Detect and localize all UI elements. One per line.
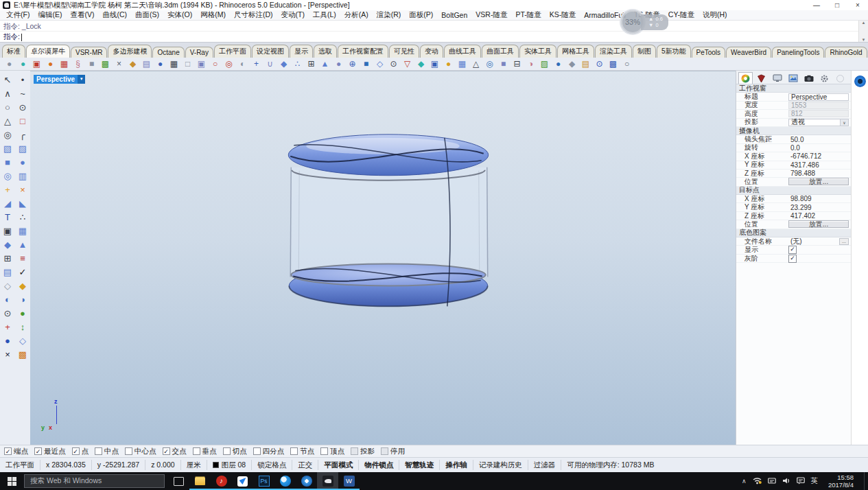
toolbar-tab[interactable]: PanelingTools <box>772 47 824 58</box>
toolbar-tab[interactable]: 工作视窗配置 <box>338 45 388 58</box>
viewport-menu-arrow-icon[interactable]: ▼ <box>78 75 85 84</box>
toolbar-tab[interactable]: V-Ray <box>185 47 213 58</box>
menu-item[interactable]: 曲面(S) <box>131 10 163 20</box>
cage-icon[interactable]: ◇ <box>0 279 15 293</box>
chamfer-icon[interactable]: ◣ <box>15 197 30 211</box>
block-tool-icon[interactable]: ■ <box>360 58 372 70</box>
boolean-union-icon[interactable]: + <box>0 183 15 197</box>
language-indicator[interactable]: 英 <box>811 476 819 486</box>
dots-tool-icon[interactable]: ∴ <box>292 58 303 70</box>
qq-browser[interactable] <box>274 472 296 490</box>
toolbar-tab[interactable]: VSR-MR <box>71 47 107 58</box>
box-icon[interactable]: ■ <box>0 156 15 170</box>
osnap-toggle[interactable]: 端点 <box>4 447 28 456</box>
thunder[interactable] <box>232 472 253 490</box>
image-tool-icon[interactable]: ▩ <box>99 58 111 70</box>
checkbox-icon[interactable] <box>253 447 261 455</box>
polygon-icon[interactable]: △ <box>0 115 15 128</box>
polyline-icon[interactable]: ∧ <box>0 87 15 101</box>
word[interactable]: W <box>338 472 360 490</box>
point-edit-icon[interactable]: ∴ <box>15 211 30 224</box>
hatch-icon[interactable]: ▦ <box>15 224 30 238</box>
property-row[interactable]: 灰阶 <box>736 255 851 263</box>
rows-tool-icon[interactable]: ▤ <box>580 58 591 70</box>
perspective-viewport[interactable]: Perspective ▼ <box>30 71 736 445</box>
gray-gem-icon[interactable]: ◆ <box>566 58 578 70</box>
slab-tool-icon[interactable]: ■ <box>497 58 509 70</box>
panel-tool-icon[interactable]: ▣ <box>429 58 441 70</box>
point-icon[interactable]: • <box>15 73 30 87</box>
funnel-tool-icon[interactable]: ▽ <box>401 58 413 70</box>
viewport-title[interactable]: Perspective <box>34 75 78 84</box>
osnap-toggle[interactable]: 点 <box>72 447 89 456</box>
panel-tab-extra-icon[interactable] <box>833 72 847 84</box>
toolbar-tab[interactable]: Octane <box>152 47 184 58</box>
start-button[interactable] <box>0 472 23 490</box>
osnap-toggle[interactable]: 切点 <box>223 447 247 456</box>
toolbar-tab[interactable]: RhinoGold <box>825 47 867 58</box>
teal-gem-icon[interactable]: ◆ <box>415 58 427 70</box>
menu-item[interactable]: 查看(V) <box>66 10 98 20</box>
browser-360[interactable] <box>296 472 317 490</box>
analyze-icon[interactable]: ⊙ <box>0 307 15 320</box>
ring-tool-icon[interactable]: ◎ <box>484 58 495 70</box>
cut-tool-icon[interactable]: × <box>113 58 125 70</box>
copy-tool-icon[interactable]: □ <box>182 58 193 70</box>
align-icon[interactable]: + <box>0 320 15 334</box>
flatten-icon[interactable]: ◇ <box>15 334 30 348</box>
mesh-tool-icon[interactable]: ▨ <box>539 58 550 70</box>
panel-tab-image-icon[interactable] <box>786 72 800 84</box>
hourglass-icon[interactable]: § <box>72 58 84 70</box>
bend-icon[interactable]: ◐ <box>0 293 15 307</box>
checker-box-icon[interactable]: ▦ <box>58 58 70 70</box>
toolbar-tab[interactable]: 5新功能 <box>657 45 691 58</box>
taskbar-search-input[interactable]: 搜索 Web 和 Windows <box>24 474 165 488</box>
status-cell[interactable]: 可用的物理内存: 10783 MB <box>561 460 868 470</box>
command-scrollbar[interactable]: ▲ ▼ <box>858 21 868 42</box>
maximize-button[interactable]: □ <box>827 0 847 10</box>
circle-icon[interactable]: ○ <box>0 101 15 115</box>
pen-input-icon[interactable] <box>768 475 776 487</box>
toolbar-tab[interactable]: 多边形建模 <box>108 45 152 58</box>
teal-sphere-icon[interactable]: ● <box>17 58 29 70</box>
toolbar-tab[interactable]: PeTools <box>692 47 726 58</box>
tray-chevron-icon[interactable]: ∧ <box>742 478 747 485</box>
status-cell[interactable]: 正交 <box>292 460 318 470</box>
toolbar-tab[interactable]: 工作平面 <box>214 45 251 58</box>
toolbar-tab[interactable]: WeaverBird <box>726 47 771 58</box>
orbit-tool-icon[interactable]: ⊙ <box>594 58 605 70</box>
scroll-down-icon[interactable]: ▼ <box>859 38 868 42</box>
ellipse-icon[interactable]: ⊙ <box>15 101 30 115</box>
check-icon[interactable]: ✓ <box>15 266 30 279</box>
status-cell[interactable]: 厘米 <box>181 460 207 470</box>
osnap-toggle[interactable]: 中心点 <box>125 447 156 456</box>
osnap-toggle[interactable]: 交点 <box>163 447 187 456</box>
netease-music[interactable]: ♪ <box>211 472 232 490</box>
camera-tool-icon[interactable]: ■ <box>86 58 97 70</box>
half-moon-icon[interactable]: ◑ <box>525 58 537 70</box>
menu-item[interactable]: 面板(P) <box>405 10 437 20</box>
menu-item[interactable]: CY-随意 <box>664 10 699 20</box>
menu-item[interactable]: 分析(A) <box>340 10 373 20</box>
distribute-icon[interactable]: ↕ <box>15 320 30 334</box>
weave-tool-icon[interactable]: ▩ <box>607 58 619 70</box>
arc-icon[interactable]: ╭ <box>15 128 30 142</box>
status-cell[interactable]: 平面模式 <box>318 460 359 470</box>
grid-tool-icon[interactable]: ⊞ <box>305 58 317 70</box>
bowl-tool-icon[interactable]: ∪ <box>264 58 276 70</box>
fillet-icon[interactable]: ◢ <box>0 197 15 211</box>
checkbox-icon[interactable] <box>320 447 328 455</box>
dock-panel-icon[interactable] <box>854 75 866 87</box>
toolbar-tab[interactable]: 选取 <box>314 45 337 58</box>
red-box-icon[interactable]: ▣ <box>31 58 43 70</box>
minimize-button[interactable]: — <box>806 0 827 10</box>
osnap-toggle[interactable]: 投影 <box>351 447 375 456</box>
checkbox-icon[interactable] <box>381 447 388 455</box>
menu-item[interactable]: VSR-随意 <box>471 10 511 20</box>
status-cell[interactable]: y -25291.287 <box>92 460 145 470</box>
diamond-tool-icon[interactable]: ◆ <box>278 58 290 70</box>
panel-tab-display-icon[interactable] <box>770 72 784 84</box>
blue-ball-icon[interactable]: ● <box>552 58 564 70</box>
globe-tool-icon[interactable]: ● <box>154 58 166 70</box>
structure-icon[interactable]: ≡ <box>15 252 30 266</box>
